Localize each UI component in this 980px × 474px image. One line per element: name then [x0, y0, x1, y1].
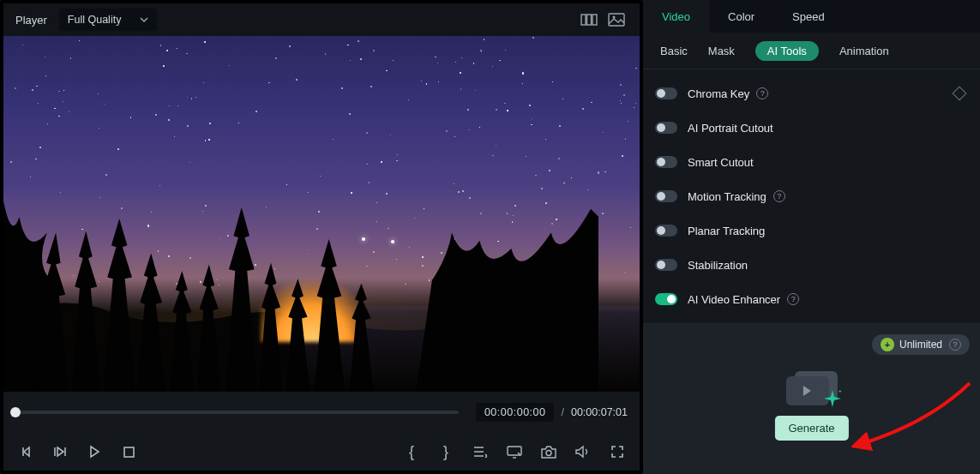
sub-tab-ai-tools[interactable]: AI Tools [755, 41, 819, 61]
help-icon[interactable]: ? [773, 190, 785, 202]
ai-tools-options: Chroma Key?AI Portrait CutoutSmart Cutou… [643, 69, 980, 323]
stop-button[interactable] [118, 441, 139, 462]
player-header: Player Full Quality [3, 3, 640, 36]
plus-icon: + [881, 338, 894, 351]
quality-value: Full Quality [68, 14, 122, 26]
sub-tab-mask[interactable]: Mask [708, 45, 735, 57]
sub-tab-animation[interactable]: Animation [839, 45, 889, 57]
generate-button[interactable]: Generate [774, 416, 848, 441]
scrub-track[interactable] [15, 411, 459, 414]
svg-rect-5 [124, 447, 134, 457]
snapshot-image-icon[interactable] [605, 9, 628, 31]
toggle-ai-video-enhancer[interactable] [655, 293, 677, 305]
playhead-dot[interactable] [10, 407, 21, 417]
mark-out-button[interactable]: } [436, 441, 456, 462]
option-row-ai-portrait-cutout: AI Portrait Cutout [655, 111, 968, 145]
toggle-planar-tracking[interactable] [655, 225, 677, 237]
tab-video[interactable]: Video [643, 0, 709, 33]
option-label: Smart Cutout [688, 156, 754, 169]
player-panel: Player Full Quality [0, 0, 643, 474]
generate-area: + Unlimited ? Generate [643, 323, 980, 474]
display-output-button[interactable] [504, 441, 525, 462]
timecode: 00:00:00:00 / 00:00:07:01 [476, 403, 628, 422]
player-title: Player [15, 14, 47, 27]
option-row-planar-tracking: Planar Tracking [655, 213, 968, 248]
sub-tab-basic[interactable]: Basic [660, 45, 688, 57]
camera-snapshot-button[interactable] [538, 441, 559, 462]
inspector-tabs: Video Color Speed [643, 0, 980, 33]
option-row-ai-video-enhancer: AI Video Enhancer? [655, 282, 968, 316]
chevron-down-icon [140, 15, 148, 24]
tab-color[interactable]: Color [709, 0, 773, 33]
play-range-button[interactable] [50, 441, 70, 462]
option-row-stabilization: Stabilization [655, 248, 968, 282]
option-label: Motion Tracking [688, 190, 767, 203]
toggle-chroma-key[interactable] [655, 87, 677, 99]
play-button[interactable] [84, 441, 105, 462]
option-row-chroma-key: Chroma Key? [655, 76, 968, 111]
unlimited-label: Unlimited [899, 339, 942, 351]
annotation-arrow [851, 380, 971, 457]
timeline-bar: 00:00:00:00 / 00:00:07:01 [3, 392, 640, 433]
option-row-smart-cutout: Smart Cutout [655, 145, 968, 179]
volume-button[interactable] [573, 441, 593, 462]
toggle-smart-cutout[interactable] [655, 156, 677, 168]
time-total: 00:00:07:01 [571, 406, 628, 418]
help-icon[interactable]: ? [949, 339, 961, 351]
unlimited-badge[interactable]: + Unlimited ? [872, 334, 970, 355]
option-label: AI Video Enhancer [688, 293, 780, 306]
trees-silhouette [3, 185, 598, 392]
svg-rect-2 [592, 15, 597, 25]
mark-in-button[interactable]: { [401, 441, 422, 462]
svg-point-7 [546, 450, 551, 455]
quality-select[interactable]: Full Quality [59, 9, 158, 31]
compare-grid-icon[interactable] [578, 9, 600, 31]
generate-preview-icon [785, 371, 837, 405]
toggle-ai-portrait-cutout[interactable] [655, 122, 677, 134]
inspector-sub-tabs: Basic Mask AI Tools Animation [643, 33, 980, 69]
inspector-panel: Video Color Speed Basic Mask AI Tools An… [643, 0, 980, 474]
time-separator: / [561, 406, 563, 418]
time-current[interactable]: 00:00:00:00 [476, 403, 555, 422]
fullscreen-button[interactable] [607, 441, 628, 462]
transport-controls: { } [3, 433, 640, 471]
list-menu-button[interactable] [470, 441, 490, 462]
option-row-motion-tracking: Motion Tracking? [655, 179, 968, 213]
toggle-stabilization[interactable] [655, 259, 677, 271]
option-label: Planar Tracking [688, 225, 765, 237]
help-icon[interactable]: ? [756, 87, 768, 99]
keyframe-diamond-icon[interactable] [953, 87, 967, 101]
option-label: Stabilization [688, 259, 748, 272]
tab-speed[interactable]: Speed [773, 0, 844, 33]
video-preview[interactable] [3, 36, 640, 392]
help-icon[interactable]: ? [787, 293, 799, 305]
option-label: AI Portrait Cutout [688, 122, 773, 135]
svg-point-4 [613, 16, 616, 19]
prev-frame-button[interactable] [15, 441, 36, 462]
sparkle-icon [823, 390, 840, 407]
svg-rect-0 [581, 15, 586, 25]
svg-rect-3 [609, 14, 624, 26]
toggle-motion-tracking[interactable] [655, 190, 677, 202]
svg-rect-1 [587, 15, 592, 25]
option-label: Chroma Key [688, 87, 749, 100]
